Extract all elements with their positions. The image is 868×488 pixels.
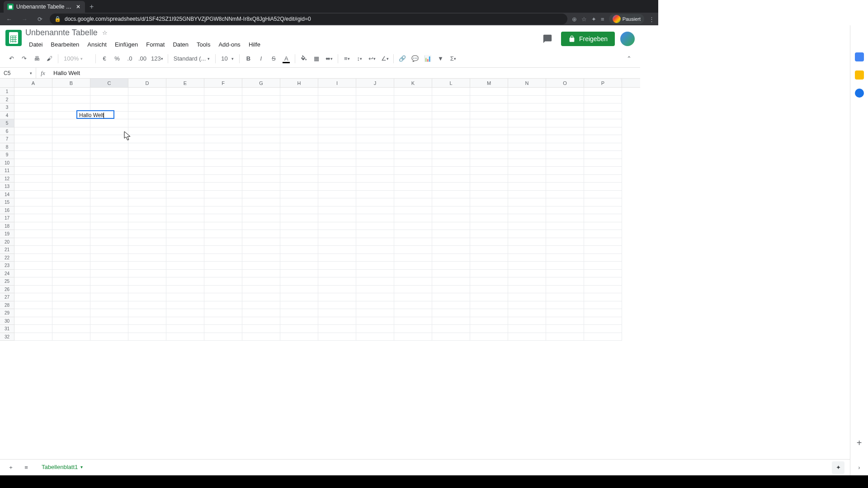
star-icon[interactable]: ☆ xyxy=(102,29,108,36)
cell[interactable] xyxy=(90,198,128,206)
cell[interactable] xyxy=(356,230,394,238)
cell[interactable] xyxy=(90,191,128,199)
cell[interactable] xyxy=(204,103,242,112)
cell[interactable] xyxy=(166,206,204,215)
cell[interactable] xyxy=(14,206,52,215)
column-header[interactable]: K xyxy=(394,79,432,87)
cell[interactable] xyxy=(90,254,128,262)
cell[interactable] xyxy=(204,325,242,333)
cell[interactable] xyxy=(204,191,242,199)
cell[interactable] xyxy=(318,159,356,167)
cell[interactable] xyxy=(166,191,204,199)
cell[interactable] xyxy=(470,103,508,112)
cell[interactable] xyxy=(242,151,280,159)
cell[interactable] xyxy=(508,88,546,96)
cell[interactable] xyxy=(470,317,508,325)
cell[interactable] xyxy=(546,230,584,238)
cell[interactable] xyxy=(394,183,432,191)
cell[interactable] xyxy=(166,262,204,270)
cell[interactable] xyxy=(52,167,90,175)
menu-format[interactable]: Format xyxy=(142,39,168,50)
text-color-button[interactable]: A xyxy=(280,53,292,65)
cell[interactable] xyxy=(470,167,508,175)
formula-input[interactable] xyxy=(50,68,640,78)
cell[interactable] xyxy=(242,206,280,215)
cell[interactable] xyxy=(14,293,52,301)
cell[interactable] xyxy=(90,317,128,325)
cell[interactable] xyxy=(546,183,584,191)
cell[interactable] xyxy=(546,143,584,151)
cell[interactable] xyxy=(394,262,432,270)
cell[interactable] xyxy=(356,143,394,151)
cell[interactable] xyxy=(280,143,318,151)
cell[interactable] xyxy=(470,88,508,96)
cell[interactable] xyxy=(14,286,52,294)
cell[interactable] xyxy=(166,325,204,333)
cell[interactable] xyxy=(356,301,394,310)
cell[interactable] xyxy=(242,301,280,310)
cell[interactable] xyxy=(52,127,90,136)
row-header[interactable]: 29 xyxy=(0,309,14,317)
row-header[interactable]: 11 xyxy=(0,167,14,175)
decrease-decimal-button[interactable]: .0 xyxy=(124,53,136,65)
cell[interactable] xyxy=(14,151,52,159)
cell[interactable] xyxy=(204,96,242,104)
cell[interactable] xyxy=(508,333,546,341)
cell[interactable] xyxy=(242,198,280,206)
cell[interactable] xyxy=(128,301,166,310)
column-header[interactable]: P xyxy=(584,79,622,87)
cell[interactable] xyxy=(52,270,90,278)
cell[interactable] xyxy=(14,143,52,151)
cell[interactable] xyxy=(52,325,90,333)
cell[interactable] xyxy=(14,119,52,127)
cell[interactable] xyxy=(508,254,546,262)
cell[interactable] xyxy=(470,214,508,222)
cell[interactable] xyxy=(90,119,128,127)
cell[interactable] xyxy=(280,206,318,215)
cell[interactable] xyxy=(14,270,52,278)
cell[interactable] xyxy=(14,277,52,286)
cell[interactable] xyxy=(508,206,546,215)
cell[interactable] xyxy=(584,103,622,112)
cell[interactable] xyxy=(394,127,432,136)
cell[interactable] xyxy=(166,198,204,206)
cell[interactable] xyxy=(432,222,470,230)
cell[interactable] xyxy=(546,293,584,301)
cell[interactable] xyxy=(356,317,394,325)
row-header[interactable]: 25 xyxy=(0,277,14,286)
increase-decimal-button[interactable]: .00 xyxy=(137,53,148,65)
cell[interactable] xyxy=(432,214,470,222)
cell[interactable] xyxy=(356,159,394,167)
cell[interactable] xyxy=(242,246,280,254)
cell[interactable] xyxy=(432,246,470,254)
cell[interactable] xyxy=(584,151,622,159)
cell[interactable] xyxy=(470,309,508,317)
cell[interactable] xyxy=(242,119,280,127)
cell[interactable] xyxy=(394,112,432,120)
cell[interactable] xyxy=(52,333,90,341)
cell[interactable] xyxy=(394,238,432,246)
cell[interactable] xyxy=(280,191,318,199)
cell[interactable] xyxy=(242,286,280,294)
cell[interactable] xyxy=(280,88,318,96)
cell[interactable] xyxy=(546,103,584,112)
redo-button[interactable]: ↷ xyxy=(18,53,30,65)
row-header[interactable]: 21 xyxy=(0,246,14,254)
cell[interactable] xyxy=(584,127,622,136)
document-title[interactable]: Unbenannte Tabelle xyxy=(25,28,98,38)
cell[interactable] xyxy=(128,183,166,191)
cell[interactable] xyxy=(242,127,280,136)
cell[interactable] xyxy=(584,112,622,120)
cell[interactable] xyxy=(128,333,166,341)
cell[interactable] xyxy=(90,214,128,222)
cell[interactable] xyxy=(128,119,166,127)
cell[interactable] xyxy=(470,96,508,104)
cell[interactable] xyxy=(508,119,546,127)
cell[interactable] xyxy=(204,222,242,230)
cell[interactable] xyxy=(280,254,318,262)
cell[interactable] xyxy=(318,254,356,262)
cell[interactable] xyxy=(52,151,90,159)
cell[interactable] xyxy=(166,183,204,191)
cell[interactable] xyxy=(508,317,546,325)
cell[interactable] xyxy=(584,222,622,230)
